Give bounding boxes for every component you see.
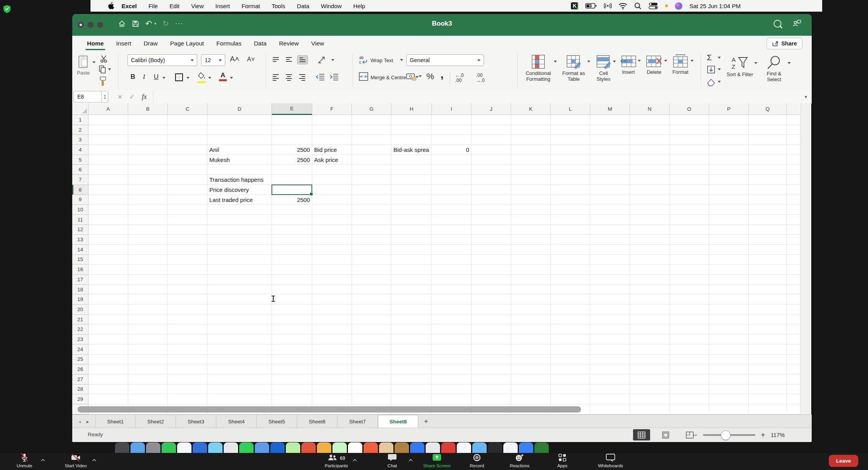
accounting-format-icon[interactable] (406, 72, 416, 81)
cell-H25[interactable] (391, 355, 432, 365)
cell-H19[interactable] (391, 294, 432, 305)
cell-F16[interactable] (312, 265, 352, 275)
ribbon-tab-view[interactable]: View (305, 36, 330, 51)
align-middle-icon[interactable] (284, 55, 294, 64)
cell-Q17[interactable] (749, 275, 787, 285)
cell-O16[interactable] (670, 265, 709, 275)
cell-N7[interactable] (630, 175, 670, 185)
cell-E22[interactable] (272, 324, 312, 334)
cell-K4[interactable] (511, 145, 551, 155)
fill-down-icon[interactable] (707, 65, 715, 74)
cell-A28[interactable] (89, 385, 128, 395)
cell-O23[interactable] (670, 334, 709, 345)
cell-E18[interactable] (272, 285, 312, 295)
format-cells-button[interactable]: Format (670, 54, 691, 75)
cell-C1[interactable] (168, 115, 207, 125)
cell-D9[interactable]: Last traded price (207, 195, 272, 205)
cell-G16[interactable] (352, 265, 391, 275)
cell-N16[interactable] (630, 265, 670, 275)
cell-J14[interactable] (471, 245, 511, 255)
cell-N17[interactable] (630, 275, 670, 285)
formula-input[interactable] (153, 90, 804, 103)
cell-B17[interactable] (128, 275, 168, 285)
cell-H26[interactable] (391, 364, 432, 374)
column-header-L[interactable]: L (551, 103, 590, 115)
cell-M20[interactable] (590, 305, 630, 315)
cell-M14[interactable] (590, 245, 630, 255)
cell-C16[interactable] (168, 265, 207, 275)
cell-I15[interactable] (432, 255, 471, 265)
cell-C13[interactable] (168, 235, 207, 245)
horizontal-scrollbar-thumb[interactable] (78, 406, 581, 413)
cell-E23[interactable] (272, 334, 312, 345)
cell-L29[interactable] (551, 394, 590, 404)
cell-A19[interactable] (89, 294, 128, 305)
cell-J16[interactable] (471, 265, 511, 275)
cell-F29[interactable] (312, 394, 352, 404)
cell-G24[interactable] (352, 345, 391, 355)
cell-E14[interactable] (272, 245, 312, 255)
cell-M21[interactable] (590, 315, 630, 325)
cell-A16[interactable] (89, 265, 128, 275)
cell-N2[interactable] (630, 125, 670, 135)
clear-icon[interactable] (706, 78, 716, 87)
dock-app-icon-16[interactable] (348, 442, 362, 453)
cell-Q15[interactable] (749, 255, 787, 265)
cell-C9[interactable] (168, 195, 207, 205)
font-name-select[interactable]: Calibri (Body) (127, 54, 197, 66)
cell-L1[interactable] (551, 115, 590, 125)
cell-I4[interactable]: 0 (432, 145, 471, 155)
cell-F4[interactable]: Bid price (312, 145, 352, 155)
cell-J4[interactable] (471, 145, 511, 155)
chat-options-chevron[interactable] (409, 456, 413, 463)
record-button[interactable]: Record (456, 454, 498, 468)
cell-H15[interactable] (391, 255, 432, 265)
merge-centre-icon[interactable] (359, 72, 368, 81)
cell-F8[interactable] (312, 185, 352, 195)
row-header-21[interactable]: 21 (72, 315, 89, 325)
cell-J17[interactable] (471, 275, 511, 285)
decrease-decimal-button[interactable]: .00 →.0 (476, 73, 492, 83)
menu-bar-clock[interactable]: Sat 25 Jun 1:04 PM (689, 3, 741, 9)
percent-style-button[interactable]: % (426, 71, 434, 82)
cell-F13[interactable] (312, 235, 352, 245)
cell-O24[interactable] (670, 345, 709, 355)
cell-I16[interactable] (432, 265, 471, 275)
cell-J5[interactable] (471, 155, 511, 165)
cell-L8[interactable] (551, 185, 590, 195)
font-color-dropdown-chevron[interactable] (230, 77, 233, 79)
row-header-2[interactable]: 2 (72, 125, 89, 135)
cell-L20[interactable] (551, 305, 590, 315)
orientation-dropdown-chevron[interactable] (331, 59, 334, 61)
cell-G2[interactable] (352, 125, 391, 135)
cell-P15[interactable] (709, 255, 749, 265)
cell-C8[interactable] (168, 185, 207, 195)
sheet-tab-sheet5[interactable]: Sheet5 (257, 415, 297, 428)
cell-B14[interactable] (128, 245, 168, 255)
row-header-13[interactable]: 13 (72, 235, 89, 245)
column-header-E[interactable]: E (272, 103, 312, 115)
cell-M17[interactable] (590, 275, 630, 285)
cell-I21[interactable] (432, 315, 471, 325)
cell-F26[interactable] (312, 364, 352, 374)
cell-N22[interactable] (630, 324, 670, 334)
cell-K5[interactable] (511, 155, 551, 165)
cell-A7[interactable] (89, 175, 128, 185)
cell-K20[interactable] (511, 305, 551, 315)
cell-E15[interactable] (272, 255, 312, 265)
conditional-formatting-chevron[interactable] (554, 61, 557, 63)
column-header-O[interactable]: O (670, 103, 709, 115)
cell-G23[interactable] (352, 334, 391, 345)
cell-B16[interactable] (128, 265, 168, 275)
cell-K21[interactable] (511, 315, 551, 325)
cell-H20[interactable] (391, 305, 432, 315)
cell-I18[interactable] (432, 285, 471, 295)
cell-M22[interactable] (590, 324, 630, 334)
ribbon-tab-draw[interactable]: Draw (137, 36, 164, 51)
cell-O8[interactable] (670, 185, 709, 195)
cell-O25[interactable] (670, 355, 709, 365)
clear-chevron[interactable] (718, 81, 721, 83)
menu-item-tools[interactable]: Tools (266, 3, 291, 9)
cell-A6[interactable] (89, 165, 128, 175)
cell-Q25[interactable] (749, 355, 787, 365)
